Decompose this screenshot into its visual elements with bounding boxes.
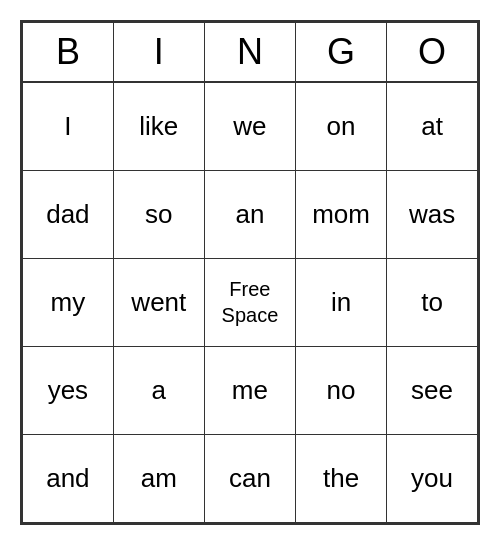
bingo-cell: you [387, 434, 478, 522]
header-i: I [113, 22, 204, 82]
cell-word: can [229, 463, 271, 493]
cell-word: a [152, 375, 166, 405]
bingo-cell: no [295, 346, 386, 434]
bingo-cell: dad [23, 170, 114, 258]
header-n: N [204, 22, 295, 82]
cell-word: to [421, 287, 443, 317]
cell-word: went [131, 287, 186, 317]
cell-word: an [235, 199, 264, 229]
bingo-row: dadsoanmomwas [23, 170, 478, 258]
bingo-cell: my [23, 258, 114, 346]
bingo-row: Ilikeweonat [23, 82, 478, 170]
bingo-cell: at [387, 82, 478, 170]
bingo-cell: like [113, 82, 204, 170]
bingo-cell: was [387, 170, 478, 258]
bingo-cell: an [204, 170, 295, 258]
bingo-header-row: B I N G O [23, 22, 478, 82]
cell-word: dad [46, 199, 89, 229]
bingo-cell: on [295, 82, 386, 170]
cell-word: yes [48, 375, 88, 405]
cell-word: you [411, 463, 453, 493]
cell-word: and [46, 463, 89, 493]
bingo-cell: mom [295, 170, 386, 258]
cell-word: on [327, 111, 356, 141]
bingo-cell: see [387, 346, 478, 434]
header-g: G [295, 22, 386, 82]
bingo-cell: went [113, 258, 204, 346]
cell-word: was [409, 199, 455, 229]
cell-word: at [421, 111, 443, 141]
bingo-cell: yes [23, 346, 114, 434]
bingo-row: yesamenosee [23, 346, 478, 434]
bingo-cell: the [295, 434, 386, 522]
bingo-cell: so [113, 170, 204, 258]
bingo-row: andamcantheyou [23, 434, 478, 522]
bingo-cell: me [204, 346, 295, 434]
bingo-cell: FreeSpace [204, 258, 295, 346]
bingo-cell: in [295, 258, 386, 346]
cell-word: mom [312, 199, 370, 229]
cell-word: see [411, 375, 453, 405]
bingo-cell: to [387, 258, 478, 346]
cell-word: like [139, 111, 178, 141]
cell-word: in [331, 287, 351, 317]
cell-word: no [327, 375, 356, 405]
cell-word: me [232, 375, 268, 405]
cell-word: we [233, 111, 266, 141]
bingo-cell: and [23, 434, 114, 522]
bingo-cell: we [204, 82, 295, 170]
cell-word: the [323, 463, 359, 493]
header-o: O [387, 22, 478, 82]
bingo-cell: can [204, 434, 295, 522]
free-space-label: FreeSpace [205, 276, 295, 328]
cell-word: am [141, 463, 177, 493]
header-b: B [23, 22, 114, 82]
cell-word: my [51, 287, 86, 317]
bingo-card: B I N G O Ilikeweonatdadsoanmomwasmywent… [20, 20, 480, 525]
bingo-cell: am [113, 434, 204, 522]
cell-word: so [145, 199, 172, 229]
cell-word: I [64, 111, 71, 141]
bingo-cell: a [113, 346, 204, 434]
bingo-cell: I [23, 82, 114, 170]
bingo-row: mywentFreeSpaceinto [23, 258, 478, 346]
